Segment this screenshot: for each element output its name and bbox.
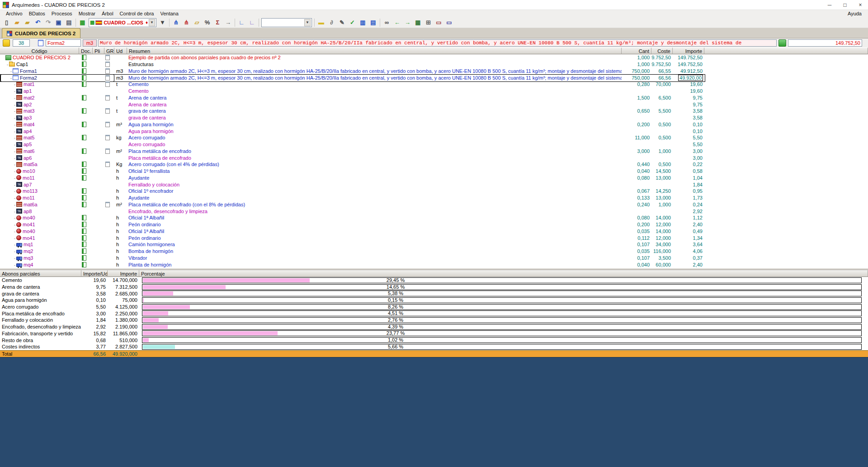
recalculate-button[interactable] — [778, 39, 786, 47]
abonos-row[interactable]: Costes indirectos3,772.827,5005,66 % — [0, 343, 868, 350]
document-icon[interactable] — [82, 75, 86, 81]
edit-text-button[interactable]: ✎ — [337, 18, 347, 28]
document-icon[interactable] — [82, 222, 86, 227]
menu-mostrar[interactable]: Mostrar — [75, 10, 99, 17]
row-number-field[interactable] — [13, 39, 30, 47]
menu-procesos[interactable]: Procesos — [48, 10, 75, 17]
expand-tree-button[interactable]: ⋔ — [171, 18, 181, 28]
table-row[interactable]: -mat3tgrava de cantera0,6505,5003,58 — [0, 108, 868, 114]
open-file-button[interactable]: ▰ — [12, 18, 22, 28]
table-row[interactable]: -mo41hPeón ordinario0,11212,0001,34 — [0, 234, 868, 241]
graphics-icon[interactable] — [105, 75, 110, 81]
table-row[interactable]: -mq1hCamión hormigonera0,10734,0003,64 — [0, 241, 868, 248]
undo-button[interactable]: ↶ — [33, 18, 43, 28]
description-field[interactable] — [98, 39, 777, 47]
table-row[interactable]: -ap7Ferrallado y colocación1,84 — [0, 181, 868, 188]
calculator-button[interactable]: ⊞ — [423, 18, 434, 28]
abonos-row[interactable]: Cemento19,6014.700,00029,45 % — [0, 277, 868, 284]
document-icon[interactable] — [82, 122, 86, 127]
column-header-gr[interactable]: GR — [104, 48, 114, 54]
graphics-icon[interactable] — [105, 108, 110, 114]
graphics-icon[interactable] — [105, 62, 110, 67]
column-header-coste[interactable]: Coste — [651, 48, 673, 54]
code-field[interactable] — [46, 39, 81, 47]
table-row[interactable]: -mo10hOficial 1º ferrallista0,04014,5000… — [0, 168, 868, 175]
table-row[interactable]: -Forma2m3Muro de hormigón armado 2C, H<=… — [0, 74, 868, 81]
abonos-row[interactable]: Agua para hormigón0,1075,0000,15 % — [0, 297, 868, 304]
graphics-icon[interactable] — [105, 55, 110, 60]
document-icon[interactable] — [82, 62, 86, 67]
graphics-icon[interactable] — [105, 68, 110, 74]
filter-selector[interactable]: ▼ — [261, 18, 312, 27]
abonos-header-importe-ud[interactable]: Importe/Ud — [81, 270, 108, 277]
document-icon[interactable] — [82, 262, 86, 267]
table-row[interactable]: -mo113hOficial 1º encofrador0,06714,2500… — [0, 188, 868, 195]
table-row[interactable]: -mq2hBomba de hormigón0,035116,0004,06 — [0, 248, 868, 255]
column-header-pli[interactable]: Pli — [93, 48, 104, 54]
graphics-icon[interactable] — [105, 148, 110, 154]
abonos-row[interactable]: Fabricación, transporte y vertido15,8211… — [0, 330, 868, 337]
abonos-row[interactable]: Ferrallado y colocación1,841.380,0002,76… — [0, 317, 868, 324]
table-row[interactable]: -ap8Encofrado, desencofrado y limpieza2,… — [0, 208, 868, 214]
table-row[interactable]: -mat2tArena de cantera1,5006,5009,75 — [0, 95, 868, 101]
save-button[interactable]: ▣ — [53, 18, 64, 28]
file-organizer-button[interactable]: ▰ — [22, 18, 33, 28]
table-row[interactable]: -mo11hAyudante0,13313,0001,73 — [0, 195, 868, 201]
importe-field[interactable] — [788, 39, 862, 47]
redo-button[interactable]: ↷ — [43, 18, 53, 28]
table-row[interactable]: -mat5kgAcero corrugado11,0000,5005,50 — [0, 134, 868, 141]
graphics-icon[interactable] — [105, 135, 110, 140]
report-button[interactable]: ▤ — [368, 18, 378, 28]
search-button[interactable]: ∞ — [382, 18, 392, 28]
price-list-dropdown-button[interactable]: ▼ — [157, 18, 168, 28]
price-structure-button[interactable]: ▦ — [77, 18, 88, 28]
maximize-button[interactable]: □ — [837, 0, 853, 10]
document-icon[interactable] — [82, 135, 86, 140]
spreadsheet-button[interactable]: ▦ — [413, 18, 423, 28]
table-row[interactable]: -ap5Acero corrugado5,50 — [0, 141, 868, 148]
table-row[interactable]: -mo11hAyudante0,08013,0001,04 — [0, 175, 868, 181]
graphics-icon[interactable] — [105, 162, 110, 167]
table-row[interactable]: -mo41hPeón ordinario0,20012,0002,40 — [0, 221, 868, 228]
document-icon[interactable] — [82, 242, 86, 247]
table-row[interactable]: -ap1Cemento19,60 — [0, 88, 868, 95]
table-row[interactable]: -ap4Agua para hormigón0,10 — [0, 128, 868, 134]
new-document-button[interactable]: ▯ — [1, 18, 12, 28]
column-header-cant[interactable]: Cant — [622, 48, 651, 54]
measurements-button[interactable]: ▥ — [358, 18, 368, 28]
document-icon[interactable] — [82, 95, 86, 100]
document-icon[interactable] — [82, 215, 86, 220]
table-row[interactable]: -mat6m²Placa metálica de encofrado3,0001… — [0, 148, 868, 155]
export-button[interactable]: → — [402, 18, 413, 28]
column-header-ud[interactable]: Ud — [114, 48, 127, 54]
abonos-header-porcentaje[interactable]: Porcentaje — [139, 270, 868, 277]
document-icon[interactable] — [82, 68, 86, 74]
abonos-row[interactable]: Arena de cantera9,757.312,50014,65 % — [0, 284, 868, 291]
column-header-resumen[interactable]: Resumen — [127, 48, 622, 54]
note-button[interactable]: ▬ — [316, 18, 326, 28]
price-table-selector[interactable]: ▦CUADRO ...CIOS 2♦▼ — [89, 18, 156, 27]
graphics-icon[interactable] — [105, 122, 110, 127]
totals-button[interactable]: Σ — [212, 18, 223, 28]
table-row[interactable]: CUADRO DE PRECIOS 2Ejemplo de partida co… — [0, 54, 868, 61]
table-row[interactable]: -ap3grava de cantera3,58 — [0, 114, 868, 121]
combo-arrow-icon[interactable]: ▼ — [149, 19, 155, 26]
close-button[interactable]: × — [853, 0, 868, 10]
document-icon[interactable] — [82, 235, 86, 241]
menu-ayuda[interactable]: Ayuda — [844, 10, 865, 17]
table-row[interactable]: -mat4m³Agua para hormigón0,2000,5000,10 — [0, 121, 868, 128]
table-row[interactable]: -mo40hOficial 1ª Albañil0,08014,0001,12 — [0, 214, 868, 221]
document-icon[interactable] — [82, 81, 86, 87]
table-row[interactable]: -ap6Placa metálica de encofrado3,00 — [0, 154, 868, 161]
minimize-button[interactable]: ─ — [822, 0, 837, 10]
unit-field[interactable] — [83, 39, 97, 47]
document-icon[interactable] — [82, 248, 86, 254]
record-macro-button[interactable]: ▭ — [434, 18, 444, 28]
menu-control-de-obra[interactable]: Control de obra — [117, 10, 157, 17]
document-icon[interactable] — [82, 108, 86, 114]
table-row[interactable]: -mq3hVibrador0,1073,5000,37 — [0, 255, 868, 262]
document-icon[interactable] — [82, 195, 86, 200]
tab-cuadro-de-precios-2[interactable]: CUADRO DE PRECIOS 2 — [2, 28, 80, 38]
menu--rbol[interactable]: Árbol — [99, 10, 117, 17]
abonos-row[interactable]: grava de cantera3,582.685,0005,38 % — [0, 290, 868, 297]
